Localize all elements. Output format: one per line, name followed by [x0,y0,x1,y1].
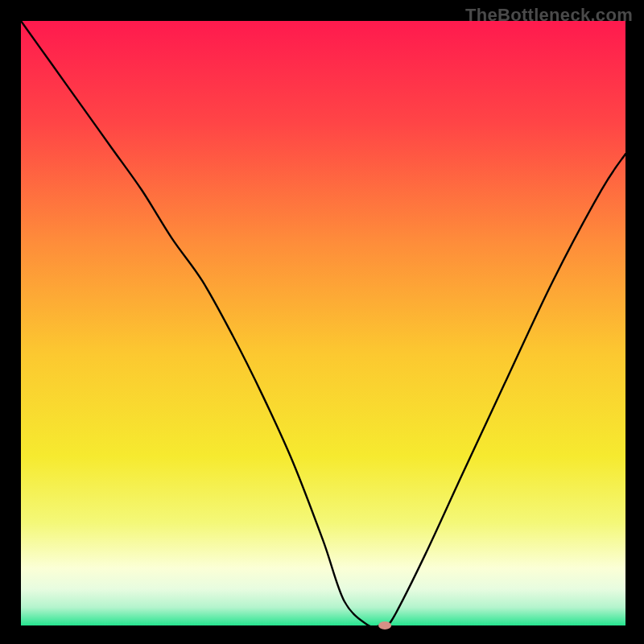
bottleneck-chart: TheBottleneck.com [0,0,644,644]
chart-background [21,21,625,625]
watermark-text: TheBottleneck.com [465,5,633,26]
chart-canvas [0,0,644,644]
optimal-point-marker [378,621,391,630]
